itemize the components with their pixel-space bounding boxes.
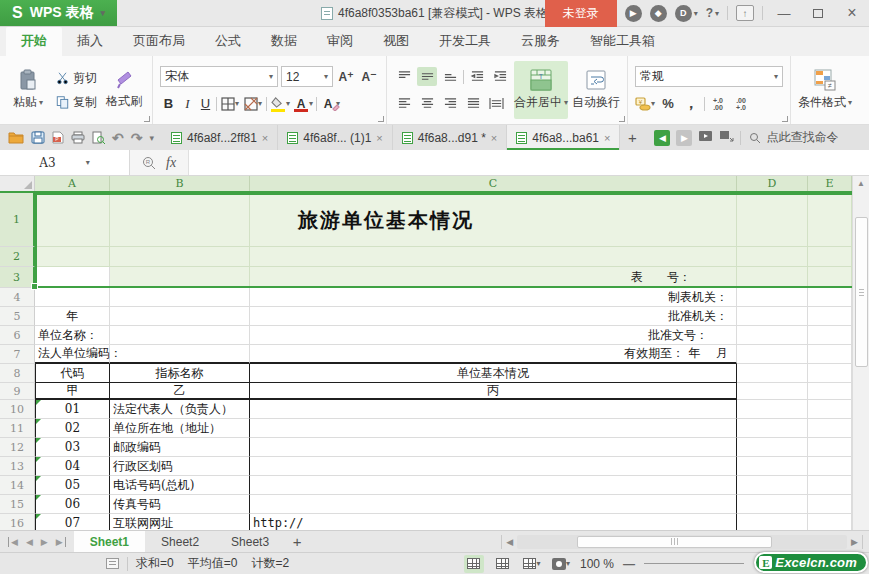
align-right-icon[interactable]	[440, 94, 460, 113]
select-all-corner[interactable]	[0, 176, 35, 191]
cell-c14[interactable]	[250, 476, 737, 495]
cell-b5[interactable]	[110, 307, 250, 326]
cell-e3[interactable]	[808, 267, 852, 288]
cell-d10[interactable]	[737, 400, 808, 419]
cell-e15[interactable]	[808, 495, 852, 514]
row-header-5[interactable]: 5	[0, 307, 35, 326]
cell-d6[interactable]	[737, 326, 808, 345]
scroll-up-icon[interactable]: ▲	[853, 176, 869, 191]
distributed-icon[interactable]	[486, 94, 506, 113]
tab-home[interactable]: 开始	[6, 27, 62, 56]
cell-b2[interactable]	[110, 247, 250, 267]
tab-cloud[interactable]: 云服务	[506, 27, 575, 56]
col-header-b[interactable]: B	[110, 176, 250, 191]
export-pdf-icon[interactable]: P	[52, 131, 64, 144]
cell-d2[interactable]	[737, 247, 808, 267]
dialog-launcher-icon[interactable]	[144, 116, 150, 122]
cell-b8[interactable]: 指标名称	[110, 364, 250, 383]
row-header-1[interactable]: 1	[0, 193, 35, 247]
cell-a9[interactable]: 甲	[35, 383, 110, 400]
font-name-select[interactable]: 宋体▾	[160, 66, 278, 87]
row-header-7[interactable]: 7	[0, 345, 35, 364]
docer-icon[interactable]: D	[675, 5, 692, 22]
page-break-view-button[interactable]: ▾	[522, 555, 542, 573]
cell-d3[interactable]	[737, 267, 808, 288]
cell-c7[interactable]: 有效期至： 年 月	[250, 345, 737, 364]
cell-b4[interactable]	[110, 288, 250, 307]
cell-a11[interactable]: 02	[35, 419, 110, 438]
cell-d1[interactable]	[737, 193, 808, 247]
cell-b10[interactable]: 法定代表人（负责人）	[110, 400, 250, 419]
cell-c11[interactable]	[250, 419, 737, 438]
cut-button[interactable]: 剪切	[53, 69, 99, 88]
row-header-9[interactable]: 9	[0, 383, 35, 400]
new-tab-button[interactable]: +	[620, 125, 644, 150]
cell-c6[interactable]: 批准文号：	[250, 326, 737, 345]
col-header-e[interactable]: E	[808, 176, 852, 191]
zoom-out-icon[interactable]: —	[623, 557, 635, 571]
cell-a1[interactable]	[35, 193, 110, 247]
cell-e16[interactable]	[808, 514, 852, 530]
cell-c15[interactable]	[250, 495, 737, 514]
fill-color-button[interactable]: ▾	[270, 94, 290, 113]
cell-e7[interactable]	[808, 345, 852, 364]
row-header-14[interactable]: 14	[0, 476, 35, 495]
increase-indent-icon[interactable]	[490, 67, 510, 86]
prev-sheet-button[interactable]: ◀	[25, 537, 34, 547]
cell-e13[interactable]	[808, 457, 852, 476]
chevron-down-icon[interactable]: ▾	[86, 158, 90, 167]
align-center-icon[interactable]	[417, 94, 437, 113]
clear-format-button[interactable]: A▾	[320, 94, 340, 113]
paste-button[interactable]: 粘贴▾	[7, 61, 49, 119]
cell-a4[interactable]	[35, 288, 110, 307]
align-left-icon[interactable]	[394, 94, 414, 113]
chevron-down-icon[interactable]: ▾	[100, 8, 105, 18]
cell-d14[interactable]	[737, 476, 808, 495]
cell-a15[interactable]: 06	[35, 495, 110, 514]
row-header-10[interactable]: 10	[0, 400, 35, 419]
community-icon[interactable]: ▶	[625, 5, 642, 22]
cell-c10[interactable]	[250, 400, 737, 419]
cell-b6[interactable]	[110, 326, 250, 345]
cell-c3[interactable]: 表 号：	[250, 267, 737, 288]
cell-d7[interactable]	[737, 345, 808, 364]
dialog-launcher-icon[interactable]	[619, 116, 625, 122]
sheet-tab-sheet1[interactable]: Sheet1	[74, 531, 145, 552]
cell-d13[interactable]	[737, 457, 808, 476]
cell-d5[interactable]	[737, 307, 808, 326]
cell-d4[interactable]	[737, 288, 808, 307]
borders-button[interactable]: ▾	[220, 94, 240, 113]
format-painter-button[interactable]: 格式刷	[103, 61, 145, 119]
sheet-tab-sheet3[interactable]: Sheet3	[215, 531, 285, 552]
row-header-3[interactable]: 3	[0, 267, 35, 288]
cell-a10[interactable]: 01	[35, 400, 110, 419]
align-top-icon[interactable]	[394, 67, 414, 86]
cell-b16[interactable]: 互联网网址	[110, 514, 250, 530]
tab-view[interactable]: 视图	[368, 27, 424, 56]
open-file-icon[interactable]	[8, 131, 24, 144]
number-format-select[interactable]: 常规▾	[635, 66, 783, 87]
cell-e10[interactable]	[808, 400, 852, 419]
cell-d12[interactable]	[737, 438, 808, 457]
cell-e6[interactable]	[808, 326, 852, 345]
justify-icon[interactable]	[463, 94, 483, 113]
cell-d15[interactable]	[737, 495, 808, 514]
page-layout-view-button[interactable]	[493, 555, 513, 573]
reading-mode-button[interactable]: ▾	[551, 555, 571, 573]
cell-d11[interactable]	[737, 419, 808, 438]
merge-center-button[interactable]: T 合并居中▾	[514, 61, 568, 119]
redo-icon[interactable]: ↷	[131, 130, 143, 146]
cell-a2[interactable]	[35, 247, 110, 267]
cell-a8[interactable]: 代码	[35, 364, 110, 383]
dialog-launcher-icon[interactable]	[782, 116, 788, 122]
decrease-indent-icon[interactable]	[467, 67, 487, 86]
copy-button[interactable]: 复制	[53, 93, 99, 112]
tab-smart-toolbox[interactable]: 智能工具箱	[575, 27, 670, 56]
row-header-4[interactable]: 4	[0, 288, 35, 307]
italic-button[interactable]: I	[180, 94, 195, 113]
login-button[interactable]: 未登录	[545, 0, 617, 27]
cell-b13[interactable]: 行政区划码	[110, 457, 250, 476]
add-sheet-button[interactable]: +	[285, 531, 309, 552]
decrease-font-icon[interactable]: A⁻	[359, 67, 379, 86]
cell-b11[interactable]: 单位所在地（地址）	[110, 419, 250, 438]
